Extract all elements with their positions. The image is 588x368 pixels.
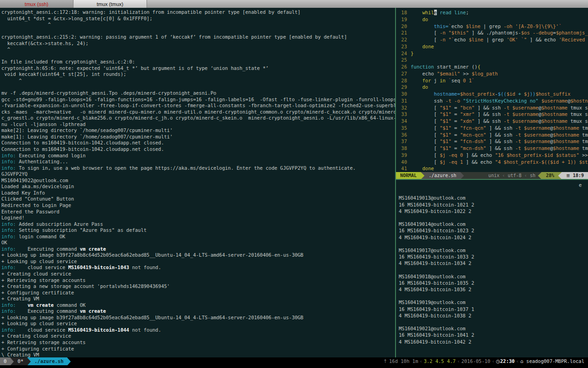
terminal-line: Connection to ms160419-bitcoin-1042.clou… bbox=[1, 140, 395, 146]
terminal-line: + Looking up cloud service bbox=[1, 321, 395, 327]
uptime-icon: ↑ bbox=[381, 357, 387, 365]
line-number: 33 bbox=[396, 111, 411, 118]
terminal-line: info: Executing command login bbox=[1, 153, 395, 159]
terminal-line: info: vm create command OK bbox=[1, 302, 395, 309]
terminal-line bbox=[1, 53, 395, 59]
line-number: 40 bbox=[396, 159, 411, 166]
window-flag[interactable]: 0* bbox=[14, 357, 27, 365]
line-number: 18 bbox=[396, 9, 411, 16]
terminal-line: + Creating cloud service bbox=[1, 271, 395, 277]
terminal-line: c_groestl.o crypto/minerd-c_blake256.o c… bbox=[1, 115, 395, 121]
tmux-status-bar: 0 0* ./azure.sh ↑ 16d 10h 1m ‹ 3.2 4.5 4… bbox=[0, 357, 588, 365]
terminal-line: 16 MS160419-bitcoin-1037 1 bbox=[399, 306, 588, 312]
terminal-line: info: To sign in, use a web browser to o… bbox=[1, 165, 395, 172]
line-number: 20 bbox=[396, 23, 411, 30]
terminal-line: OK bbox=[1, 240, 395, 246]
terminal-line: make[2]: Leaving directory `/home/seadog… bbox=[1, 127, 395, 134]
terminal-line: info: Added subscription Azure Pass bbox=[1, 221, 395, 228]
terminal-line: + Creating cloud service bbox=[1, 333, 395, 339]
load-average: 3.2 4.5 4.7 bbox=[422, 357, 458, 365]
terminal-window: tmux (ssh) tmux (tmux) cryptonight_aesni… bbox=[0, 0, 588, 368]
vim-code-line: 39 [ $j -eq 0 ] && echo "16 $host_prefix… bbox=[396, 152, 588, 159]
clock-icon: ◷ bbox=[496, 358, 500, 364]
vim-code-line: 31 ssh -t -o "StrictHostKeyChecking no" … bbox=[396, 98, 588, 104]
terminal-line bbox=[399, 293, 588, 299]
terminal-line: cryptonight_aesni.c:215:2: warning: pass… bbox=[1, 34, 395, 40]
vim-code-line: 20 this=`echo $line | grep -oh '[A-Z0-9]… bbox=[396, 23, 588, 30]
window-name[interactable]: ./azure.sh bbox=[31, 357, 67, 365]
terminal-line bbox=[399, 266, 588, 273]
tab-tmux-ssh[interactable]: tmux (ssh) bbox=[0, 0, 74, 8]
terminal-line: + Creating VM bbox=[1, 296, 395, 302]
terminal-line: + Looking up cloud service bbox=[1, 259, 395, 265]
tab-tmux-tmux[interactable]: tmux (tmux) bbox=[74, 0, 147, 8]
vim-code-line: 30 hostname=$host_prefix-$(($id + $j))$h… bbox=[396, 91, 588, 98]
vim-statusline: NORMAL ./azure.sh unix ‹ utf-8 ‹ sh 28% … bbox=[396, 172, 588, 179]
terminal-line: info: cloud service MS160419-bitcoin-104… bbox=[1, 327, 395, 334]
session-indicator[interactable]: 0 bbox=[0, 357, 10, 365]
line-number: 27 bbox=[396, 70, 411, 77]
scroll-percentage: 28% bbox=[542, 172, 558, 179]
terminal-line: 4 MS160419-bitcoin-1024 2 bbox=[399, 234, 588, 241]
terminal-line bbox=[399, 241, 588, 247]
bottom-terminal-pane[interactable]: e MS160419013@outlook.com16 MS160419-bit… bbox=[396, 180, 588, 357]
terminal-line: ^ bbox=[1, 46, 395, 53]
terminal-line: MS160419022@outlook.com bbox=[1, 178, 395, 184]
vim-code-line: 35 [ "$1" = "fcn-qcn" ] && ssh -t $usern… bbox=[396, 125, 588, 132]
terminal-line: In file included from cryptonight_aesni.… bbox=[1, 59, 395, 65]
terminal-line: info: Setting subscription "Azure Pass" … bbox=[1, 227, 395, 234]
vim-code-line: 26function start_miner (){ bbox=[396, 63, 588, 70]
terminal-line: + Configuring certificate bbox=[1, 290, 395, 296]
line-number: 29 bbox=[396, 84, 411, 91]
terminal-line: ^ bbox=[1, 22, 395, 28]
terminal-line: 4 MS160419-bitcoin-1038 2 bbox=[399, 312, 588, 319]
line-number: 39 bbox=[396, 152, 411, 159]
powerline-separator-icon bbox=[10, 357, 14, 365]
terminal-line: 4 MS160419-bitcoin-1022 2 bbox=[399, 208, 588, 214]
line-number: 24 bbox=[396, 50, 411, 57]
terminal-line: + Configuring certificate bbox=[1, 346, 395, 352]
terminal-line: 4 MS160419-bitcoin-1034 2 bbox=[399, 260, 588, 266]
line-number: 22 bbox=[396, 36, 411, 43]
terminal-line: info: login command OK bbox=[1, 234, 395, 240]
powerline-separator-icon bbox=[421, 172, 424, 179]
line-number: 37 bbox=[396, 138, 411, 145]
uptime: 16d 10h 1m bbox=[387, 357, 420, 365]
line-number: 21 bbox=[396, 29, 411, 36]
status-bar-spacer bbox=[71, 357, 381, 365]
vim-editor-pane[interactable]: 18 while read line;19 do20 this=`echo $l… bbox=[396, 8, 588, 172]
vim-code-line: 37 [ "$1" = "fcn-dsh" ] && ssh -t $usern… bbox=[396, 138, 588, 145]
terminal-line bbox=[1, 28, 395, 34]
terminal-line: cryptonight_aesni.c:172:18: warning: ini… bbox=[1, 9, 395, 16]
vim-filename: ./azure.sh bbox=[424, 172, 460, 179]
terminal-line: Clicked "Contunue" Button bbox=[1, 196, 395, 202]
terminal-line bbox=[399, 319, 588, 325]
powerline-separator-icon bbox=[538, 172, 542, 179]
line-number: 34 bbox=[396, 118, 411, 125]
vim-code-line: 25 bbox=[396, 57, 588, 63]
terminal-line: make[1]: Leaving directory `/home/seadog… bbox=[1, 134, 395, 140]
terminal-line: -fvariable-expansion-in-unroller -ftree-… bbox=[1, 103, 395, 109]
terminal-line: 16 MS160419-bitcoin-1023 2 bbox=[399, 227, 588, 234]
vim-code-line: 41 done bbox=[396, 165, 588, 172]
lines-icon: ≡ bbox=[566, 173, 570, 178]
cursor-position-value: 18:9 bbox=[573, 173, 584, 178]
cursor-position: ≡ 18:9 bbox=[562, 172, 588, 179]
hostname: seadog007-MBPR.local bbox=[526, 358, 584, 364]
terminal-line: MS160419017@outlook.com bbox=[399, 247, 588, 253]
left-terminal-pane[interactable]: cryptonight_aesni.c:172:18: warning: ini… bbox=[0, 8, 395, 357]
terminal-line: gcc -std=gnu99 -falign-loops=16 -falign-… bbox=[1, 97, 395, 103]
vim-code-line: 19 do bbox=[396, 16, 588, 23]
terminal-line: 4 MS160419-bitcoin-1042 2 bbox=[399, 339, 588, 345]
right-pane-column: 18 while read line;19 do20 this=`echo $l… bbox=[396, 8, 588, 357]
vim-code-line: 23 done bbox=[396, 43, 588, 50]
line-number: 31 bbox=[396, 98, 411, 104]
terminal-line: Loaded aka.ms/devicelogin bbox=[1, 184, 395, 190]
terminal-line: cks -maes -march=native -o minerd minerd… bbox=[1, 109, 395, 115]
vim-code-line: 21 [ -n "$this" ] && ./phantomjs-$os --d… bbox=[396, 29, 588, 36]
terminal-line: Redirected to Login Page bbox=[1, 202, 395, 209]
terminal-line bbox=[399, 214, 588, 221]
vim-code-line: 36 [ "$1" = "mcn-qcn" ] && ssh -t $usern… bbox=[396, 132, 588, 138]
terminal-line: MS160419014@outlook.com bbox=[399, 221, 588, 227]
terminal-line: + Looking up image b39f27a8b8c64d52b05ea… bbox=[1, 252, 395, 259]
